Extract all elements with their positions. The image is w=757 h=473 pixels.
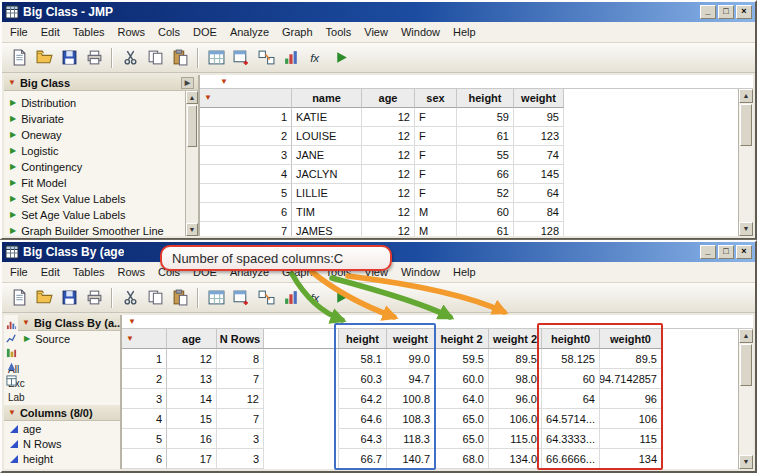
mini-line-button[interactable] [6,333,17,344]
cell[interactable]: 66.7 [339,449,387,469]
copy-button[interactable] [144,287,166,309]
column-header-height[interactable]: height [457,89,514,108]
cell[interactable]: 60 [457,203,514,222]
cell[interactable]: M [415,203,457,222]
cell[interactable]: F [415,127,457,146]
script-item-oneway[interactable]: ▶Oneway [4,127,185,143]
red-triangle-menu-icon[interactable]: ▼ [8,409,16,417]
cell[interactable]: 66.6666... [542,449,600,469]
cell[interactable]: 115.0 [489,429,542,449]
scroll-up-icon[interactable]: ▲ [739,329,753,343]
cell[interactable]: F [415,165,457,184]
script-item-fit-model[interactable]: ▶Fit Model [4,175,185,191]
column-header-height0[interactable]: height0 [542,329,600,349]
column-header-height-2[interactable]: height 2 [435,329,489,349]
titlebar[interactable]: Big Class - JMP _ □ × [2,2,755,22]
cell[interactable]: F [415,146,457,165]
minimize-button[interactable]: _ [700,5,716,19]
cell[interactable]: 64.6 [339,409,387,429]
maximize-button[interactable]: □ [718,245,734,259]
menu-tables[interactable]: Tables [73,266,105,278]
cell[interactable]: 16 [167,429,217,449]
cell[interactable]: 58.1 [339,349,387,369]
paste-button[interactable] [169,47,191,69]
column-header-age[interactable]: age [362,89,415,108]
menu-file[interactable]: File [10,26,28,38]
cell[interactable]: 59.5 [435,349,489,369]
menu-doe[interactable]: DOE [193,26,217,38]
scroll-up-icon[interactable]: ▲ [186,91,198,104]
row-number[interactable]: 4 [200,165,292,184]
menu-window[interactable]: Window [401,26,440,38]
cell[interactable]: 94.7142857 [600,369,662,389]
column-header-sex[interactable]: sex [415,89,457,108]
rows-menu-icon[interactable]: ▼ [126,335,134,343]
data-table-button[interactable] [205,287,227,309]
cell[interactable]: 52 [457,184,514,203]
mini-dist-button[interactable] [6,319,17,330]
scroll-thumb[interactable] [740,104,752,146]
print-button[interactable] [83,47,105,69]
column-header-N-Rows[interactable]: N Rows [217,329,264,349]
cell[interactable]: 134 [600,449,662,469]
red-triangle-menu-icon[interactable]: ▼ [8,79,16,87]
script-item-bivariate[interactable]: ▶Bivariate [4,111,185,127]
cell[interactable]: 68.0 [435,449,489,469]
script-item-graph-builder-smoother-line[interactable]: ▶Graph Builder Smoother Line [4,223,185,236]
cell[interactable]: 12 [362,222,415,236]
cell[interactable]: 60.3 [339,369,387,389]
cell[interactable]: LILLIE [292,184,362,203]
open-folder-button[interactable] [33,287,55,309]
cell[interactable]: 74 [514,146,564,165]
run-script-button[interactable] [330,287,352,309]
row-number[interactable]: 5 [200,184,292,203]
red-triangle-menu-icon[interactable]: ▼ [22,319,30,327]
cell[interactable]: 89.5 [489,349,542,369]
cell[interactable]: 55 [457,146,514,165]
script-item-set-sex-value-labels[interactable]: ▶Set Sex Value Labels [4,191,185,207]
row-number[interactable]: 2 [122,369,167,389]
column-header-name[interactable]: name [292,89,362,108]
cell[interactable]: 96 [600,389,662,409]
cell[interactable]: 118.3 [387,429,435,449]
table-add-button[interactable] [230,287,252,309]
mini-bars-button[interactable] [6,347,17,358]
table-link-button[interactable] [255,47,277,69]
sidebar-scrollbar[interactable]: ▲ ▼ [185,91,198,236]
bar-chart-button[interactable] [280,287,302,309]
data-table-button[interactable] [205,47,227,69]
cell[interactable]: 3 [217,449,264,469]
column-header-age[interactable]: age [167,329,217,349]
cell[interactable]: 60.0 [435,369,489,389]
cell[interactable]: 98.0 [489,369,542,389]
cell[interactable]: 145 [514,165,564,184]
menu-help[interactable]: Help [453,26,476,38]
scroll-thumb[interactable] [187,105,197,147]
columns-menu-icon[interactable]: ▼ [220,78,228,86]
scroll-down-icon[interactable]: ▼ [186,223,198,236]
cell[interactable]: 65.0 [435,409,489,429]
cell[interactable]: 140.7 [387,449,435,469]
row-number[interactable]: 1 [200,108,292,127]
cell[interactable]: 61 [457,127,514,146]
cell[interactable]: 17 [167,449,217,469]
menu-view[interactable]: View [364,26,388,38]
close-button[interactable]: × [736,245,752,259]
cell[interactable]: 3 [217,429,264,449]
new-doc-button[interactable] [8,47,30,69]
menu-edit[interactable]: Edit [41,26,60,38]
script-item-distribution[interactable]: ▶Distribution [4,95,185,111]
save-button[interactable] [58,47,80,69]
source-script-item[interactable]: ▶ Source [18,331,120,347]
scroll-track[interactable] [739,387,753,455]
cell[interactable]: 134.0 [489,449,542,469]
cell[interactable]: 106.0 [489,409,542,429]
cell[interactable]: KATIE [292,108,362,127]
cell[interactable]: 64.0 [435,389,489,409]
cell[interactable]: 64.5714... [542,409,600,429]
cell[interactable]: 108.3 [387,409,435,429]
menu-tools[interactable]: Tools [326,26,352,38]
cell[interactable]: 66 [457,165,514,184]
bar-chart-button[interactable] [280,47,302,69]
cell[interactable]: 7 [217,369,264,389]
